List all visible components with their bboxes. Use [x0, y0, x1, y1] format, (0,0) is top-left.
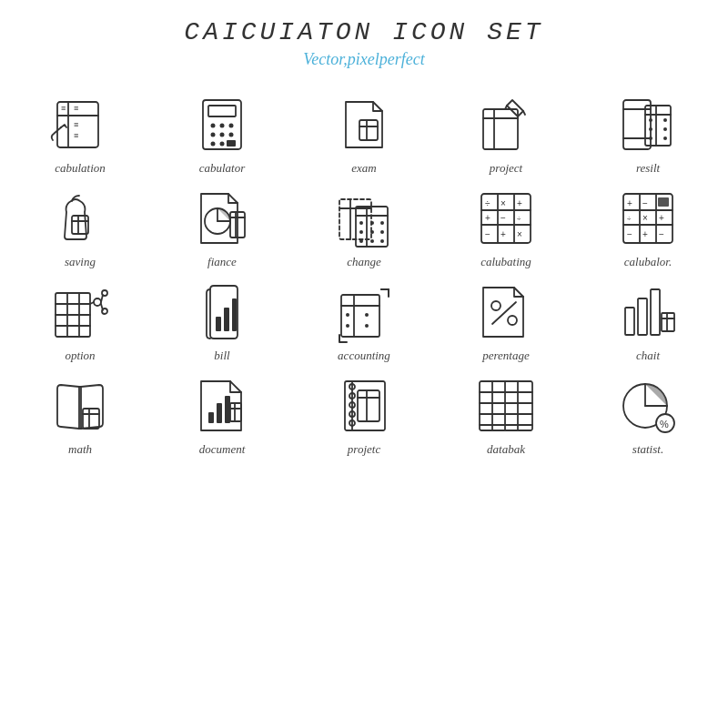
svg-text:×: × — [500, 198, 506, 208]
icon-cell-document: document — [151, 367, 293, 460]
svg-rect-18 — [359, 120, 378, 140]
svg-text:≡: ≡ — [61, 104, 66, 113]
icon-cell-exam: exam — [293, 86, 435, 179]
svg-text:×: × — [517, 229, 522, 239]
calculating-icon: ÷ × + + − ÷ − + × — [474, 187, 538, 250]
statistics-icon: % — [616, 374, 680, 438]
icon-cell-bill: bill — [151, 273, 293, 367]
svg-text:+: + — [485, 213, 490, 223]
svg-point-111 — [365, 324, 369, 328]
finance-label: fiance — [207, 255, 237, 269]
icon-cell-accounting: accounting — [293, 273, 435, 367]
svg-point-60 — [380, 230, 384, 234]
svg-point-10 — [220, 124, 225, 128]
icon-cell-calculator: cabulator — [151, 86, 293, 179]
svg-rect-83 — [658, 197, 669, 207]
svg-rect-119 — [662, 313, 674, 331]
icon-cell-project1: project — [435, 86, 577, 179]
icon-cell-math: math — [9, 367, 151, 460]
svg-text:÷: ÷ — [485, 198, 490, 208]
svg-text:≡: ≡ — [74, 120, 78, 129]
projectc-icon — [332, 374, 396, 438]
svg-point-35 — [663, 127, 667, 131]
document-icon — [190, 374, 254, 438]
calculation-label: cabulation — [55, 161, 106, 176]
svg-rect-117 — [638, 298, 647, 335]
svg-text:≡: ≡ — [74, 131, 78, 140]
svg-rect-29 — [645, 106, 671, 146]
svg-line-100 — [101, 304, 103, 310]
icon-cell-chart: chait — [577, 273, 719, 367]
svg-point-32 — [649, 118, 652, 122]
svg-text:≡: ≡ — [74, 104, 78, 113]
svg-point-61 — [380, 239, 384, 243]
icon-cell-change: change — [293, 179, 435, 273]
icon-cell-statistics: % statist. — [577, 367, 719, 460]
calculator2-icon: + − ÷ × + − + − — [616, 187, 680, 250]
svg-point-57 — [370, 230, 374, 234]
page-title: CAICUIATON ICON SET — [184, 18, 543, 46]
svg-rect-130 — [230, 403, 241, 421]
saving-label: saving — [65, 255, 96, 269]
svg-point-55 — [359, 239, 363, 243]
saving-icon — [48, 187, 112, 250]
percentage-label: perentage — [482, 349, 530, 363]
projectc-label: projetc — [348, 442, 380, 457]
svg-rect-104 — [232, 298, 237, 331]
svg-text:+: + — [659, 213, 664, 223]
database-icon — [474, 374, 538, 438]
svg-point-12 — [211, 133, 216, 137]
change-label: change — [347, 255, 381, 269]
svg-point-36 — [649, 136, 652, 140]
svg-rect-103 — [224, 308, 229, 331]
option-icon — [48, 280, 112, 344]
svg-point-112 — [491, 301, 500, 310]
svg-text:+: + — [517, 198, 522, 208]
svg-text:÷: ÷ — [517, 215, 521, 223]
svg-point-109 — [346, 324, 349, 328]
calculation-icon: ≡ ≡ ≡ ≡ — [48, 93, 112, 157]
svg-text:+: + — [627, 198, 632, 208]
svg-text:−: − — [500, 213, 506, 223]
icon-cell-database: databak — [435, 367, 577, 460]
calculator-icon — [190, 93, 254, 157]
database-label: databak — [487, 442, 525, 457]
project1-label: project — [490, 161, 522, 176]
svg-rect-128 — [217, 403, 222, 423]
svg-point-113 — [508, 316, 517, 325]
svg-point-59 — [380, 221, 384, 225]
svg-point-33 — [663, 118, 667, 122]
icon-cell-calculating: ÷ × + + − ÷ − + × calubating — [435, 179, 577, 273]
svg-rect-140 — [358, 390, 379, 421]
math-label: math — [68, 442, 92, 457]
svg-text:÷: ÷ — [627, 215, 632, 223]
svg-point-9 — [211, 124, 216, 128]
svg-text:%: % — [660, 419, 669, 430]
svg-point-96 — [94, 298, 101, 306]
icon-cell-percentage: perentage — [435, 273, 577, 367]
exam-icon — [332, 93, 396, 157]
finance-icon — [190, 187, 254, 250]
chart-label: chait — [636, 349, 660, 363]
svg-point-58 — [370, 239, 374, 243]
svg-rect-21 — [483, 109, 518, 149]
icon-cell-option: option — [9, 273, 151, 367]
icon-cell-saving: saving — [9, 179, 151, 273]
svg-line-99 — [101, 295, 103, 302]
svg-point-15 — [211, 142, 216, 147]
page-subtitle: Vector,pixelperfect — [303, 50, 424, 69]
bill-label: bill — [214, 349, 229, 363]
svg-rect-118 — [651, 289, 660, 335]
svg-rect-116 — [625, 308, 634, 335]
svg-point-11 — [229, 124, 234, 128]
page: CAICUIATON ICON SET Vector,pixelperfect … — [0, 0, 728, 728]
svg-point-16 — [220, 142, 225, 147]
project1-icon — [474, 93, 538, 157]
svg-point-108 — [346, 313, 349, 317]
chart-icon — [616, 280, 680, 344]
svg-text:+: + — [500, 229, 506, 239]
svg-point-13 — [220, 133, 225, 137]
calculating-label: calubating — [480, 255, 531, 269]
svg-line-24 — [523, 111, 525, 115]
svg-text:−: − — [642, 198, 648, 208]
